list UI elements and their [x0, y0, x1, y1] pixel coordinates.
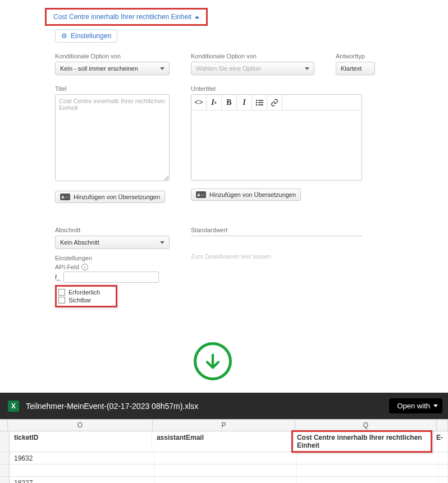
svg-point-2: [256, 102, 258, 103]
table-row[interactable]: 19632: [0, 452, 448, 464]
cell[interactable]: [297, 477, 438, 483]
conditional-left-select[interactable]: Kein - soll immer erscheinen: [55, 62, 170, 75]
svg-point-4: [256, 104, 258, 105]
table-row[interactable]: 18227: [0, 477, 448, 483]
svg-rect-1: [258, 100, 263, 101]
visible-label: Sichtbar: [68, 297, 91, 303]
title-textarea[interactable]: Cost Centre innerhalb Ihrer rechtlichen …: [55, 94, 170, 181]
header-cell[interactable]: E-: [432, 431, 448, 452]
settings-button[interactable]: ⚙ Einstellungen: [55, 29, 117, 43]
answer-type-value: Klartext: [341, 65, 362, 72]
corner-cell[interactable]: [0, 420, 8, 431]
translate-icon: A↔: [196, 191, 206, 198]
gear-icon: ⚙: [61, 32, 67, 40]
answer-type-select[interactable]: Klartext: [336, 62, 375, 75]
add-translation-title-button[interactable]: A↔ Hinzufügen von Übersetzungen: [55, 191, 165, 203]
italic-icon[interactable]: I: [237, 95, 252, 110]
chevron-up-icon: [195, 16, 199, 19]
cell[interactable]: 18227: [10, 477, 154, 483]
rte-body[interactable]: [191, 110, 362, 180]
header-cell-text: Cost Centre innerhalb Ihrer rechtlichen …: [297, 434, 422, 449]
excel-icon: X: [8, 401, 19, 412]
cell[interactable]: 19632: [10, 452, 154, 464]
row-gutter[interactable]: [0, 477, 10, 483]
required-checkbox[interactable]: [58, 289, 65, 296]
cell[interactable]: [10, 464, 154, 476]
spreadsheet-grid[interactable]: O P Q ticketID assistantEmail Cost Centr…: [0, 419, 448, 483]
link-icon[interactable]: [267, 95, 282, 110]
spreadsheet-filename: Teilnehmer-MeinEvent-(02-17-2023 08h57m)…: [26, 402, 198, 411]
answer-type-label: Antworttyp: [336, 53, 375, 59]
col-letter[interactable]: O: [8, 420, 153, 431]
cell[interactable]: [438, 477, 448, 483]
section-header-highlight: Cost Centre innerhalb Ihrer rechtlichen …: [45, 8, 208, 26]
cell[interactable]: [438, 452, 448, 464]
required-visible-highlight: Erforderlich Sichtbar: [55, 285, 117, 307]
settings-group-label: Einstellungen: [55, 255, 170, 261]
add-translation-label: Hinzufügen von Übersetzungen: [209, 191, 296, 198]
header-cell-highlighted[interactable]: Cost Centre innerhalb Ihrer rechtlichen …: [292, 431, 432, 452]
translate-icon: A↔: [60, 194, 70, 200]
cell[interactable]: [297, 452, 438, 464]
section-select[interactable]: Kein Abschnitt: [55, 236, 170, 249]
cell[interactable]: [154, 464, 297, 476]
subtitle-editor[interactable]: <> Ix B I: [191, 94, 362, 181]
settings-button-label: Einstellungen: [71, 32, 111, 40]
clear-format-icon[interactable]: Ix: [207, 95, 222, 110]
conditional-mid-value: Wählen Sie eine Option: [196, 65, 261, 72]
cell[interactable]: [154, 452, 297, 464]
open-with-label: Open with: [397, 402, 430, 410]
default-placeholder: Zum Deaktivieren leer lassen: [191, 253, 271, 260]
cell[interactable]: [297, 464, 438, 476]
add-translation-label: Hinzufügen von Übersetzungen: [74, 194, 160, 200]
caret-down-icon: [305, 67, 309, 70]
conditional-left-label: Konditionale Option von: [55, 53, 170, 59]
row-gutter[interactable]: [0, 452, 10, 464]
code-icon[interactable]: <>: [191, 95, 207, 110]
header-cell[interactable]: ticketID: [10, 431, 152, 452]
col-letter[interactable]: P: [153, 420, 295, 431]
default-value-input[interactable]: Zum Deaktivieren leer lassen: [191, 236, 362, 260]
svg-point-0: [256, 99, 258, 101]
conditional-mid-select[interactable]: Wählen Sie eine Option: [191, 62, 314, 75]
required-label: Erforderlich: [68, 289, 100, 296]
open-with-button[interactable]: Open with: [389, 398, 442, 413]
api-prefix: f_: [55, 274, 60, 280]
list-icon[interactable]: [252, 95, 267, 110]
subtitle-label: Untertitel: [191, 85, 362, 92]
row-gutter[interactable]: [0, 464, 10, 476]
caret-down-icon: [433, 404, 438, 407]
section-value: Kein Abschnitt: [60, 239, 99, 246]
section-collapse-toggle[interactable]: Cost Centre innerhalb Ihrer rechtlichen …: [49, 11, 204, 23]
info-icon[interactable]: i: [81, 264, 88, 270]
visible-checkbox[interactable]: [58, 297, 65, 303]
down-arrow-graphic: [0, 342, 448, 380]
bold-icon[interactable]: B: [222, 95, 237, 110]
section-title: Cost Centre innerhalb Ihrer rechtlichen …: [53, 13, 191, 21]
row-gutter[interactable]: [0, 431, 10, 452]
caret-down-icon: [160, 241, 164, 244]
svg-rect-3: [258, 102, 263, 103]
spreadsheet-titlebar: X Teilnehmer-MeinEvent-(02-17-2023 08h57…: [0, 393, 448, 419]
add-translation-subtitle-button[interactable]: A↔ Hinzufügen von Übersetzungen: [191, 188, 301, 201]
cell[interactable]: [438, 464, 448, 476]
conditional-left-value: Kein - soll immer erscheinen: [60, 65, 138, 72]
api-field-input[interactable]: [63, 272, 159, 283]
table-row[interactable]: [0, 464, 448, 477]
rte-toolbar: <> Ix B I: [191, 95, 362, 110]
conditional-mid-label: Konditionale Option von: [191, 53, 314, 59]
svg-rect-5: [258, 104, 263, 105]
caret-down-icon: [160, 67, 164, 70]
default-label: Standardwert: [191, 227, 362, 233]
section-label: Abschnitt: [55, 227, 170, 233]
header-cell[interactable]: assistantEmail: [152, 431, 292, 452]
cell[interactable]: [154, 477, 297, 483]
col-letter[interactable]: [437, 420, 448, 431]
title-label: Titel: [55, 85, 170, 92]
col-letter[interactable]: Q: [295, 420, 437, 431]
api-field-label: API-Feld: [55, 264, 79, 270]
